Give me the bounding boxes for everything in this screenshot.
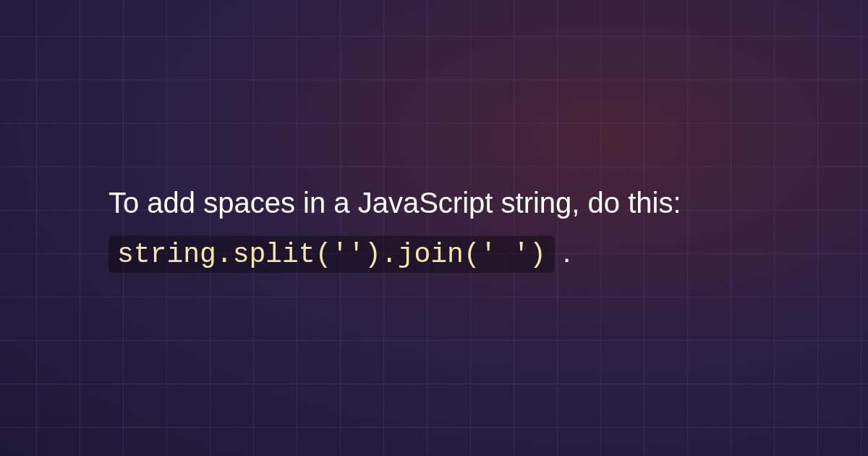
code-snippet: string.split('').join(' ') <box>109 236 555 273</box>
instruction-prefix: To add spaces in a JavaScript string, do… <box>109 187 681 219</box>
main-content: To add spaces in a JavaScript string, do… <box>109 178 760 279</box>
instruction-suffix: . <box>555 236 571 268</box>
instruction-text: To add spaces in a JavaScript string, do… <box>109 178 760 279</box>
